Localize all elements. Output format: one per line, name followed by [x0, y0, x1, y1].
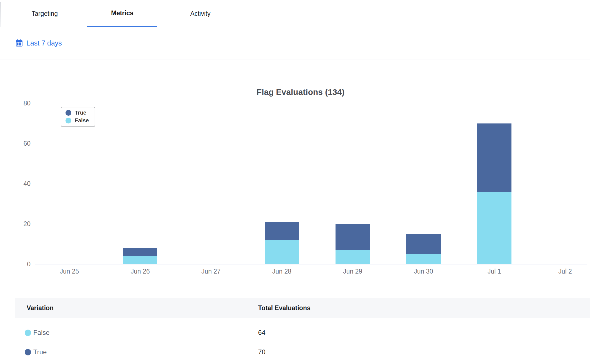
- window-edge-divider: [0, 2, 1, 27]
- legend-item-false[interactable]: False: [65, 117, 95, 124]
- date-range-button[interactable]: Last 7 days: [15, 39, 62, 47]
- tab-metrics[interactable]: Metrics: [87, 0, 157, 27]
- bar-segment-true-jun-28[interactable]: [265, 222, 299, 240]
- tab-bar: Targeting Metrics Activity: [0, 0, 590, 27]
- table-header-row: Variation Total Evaluations: [15, 298, 590, 318]
- x-axis-tick-label: Jun 25: [44, 267, 94, 275]
- bar-segment-true-jun-30[interactable]: [406, 234, 441, 254]
- calendar-icon: [15, 39, 23, 47]
- y-axis-tick-label: 60: [8, 140, 31, 147]
- x-axis-tick-label: Jul 2: [540, 267, 590, 275]
- y-axis-tick-label: 20: [8, 220, 31, 228]
- bar-segment-true-jun-26[interactable]: [123, 248, 157, 256]
- legend-item-true[interactable]: True: [65, 110, 95, 116]
- variation-true-label: True: [33, 348, 47, 356]
- x-axis-tick-label: Jun 27: [186, 267, 236, 275]
- tab-targeting[interactable]: Targeting: [16, 0, 74, 27]
- variation-false-label: False: [33, 329, 50, 337]
- x-axis-tick-label: Jun 26: [115, 267, 165, 275]
- bar-segment-false-jun-26[interactable]: [123, 256, 157, 264]
- x-axis-tick-label: Jun 29: [328, 267, 378, 275]
- y-axis-tick-label: 80: [8, 99, 31, 107]
- column-header-total-evaluations: Total Evaluations: [258, 298, 311, 318]
- legend-label-true: True: [75, 110, 86, 116]
- x-axis-tick-label: Jun 30: [399, 267, 448, 275]
- metrics-page: Targeting Metrics Activity: [0, 0, 590, 364]
- date-range-label: Last 7 days: [26, 39, 62, 47]
- y-axis-tick-label: 0: [8, 260, 31, 268]
- bar-segment-true-jul-1[interactable]: [477, 123, 511, 192]
- bar-segment-false-jun-28[interactable]: [265, 240, 299, 264]
- legend-swatch-false-icon: [65, 118, 71, 123]
- x-axis-tick-label: Jun 28: [257, 267, 307, 275]
- variation-true-total: 70: [258, 342, 266, 362]
- bar-segment-true-jun-29[interactable]: [336, 224, 370, 250]
- x-axis-tick-label: Jul 1: [469, 267, 519, 275]
- bar-segment-false-jun-29[interactable]: [336, 250, 370, 264]
- bar-segment-false-jul-1[interactable]: [477, 192, 511, 264]
- variation-false-total: 64: [258, 323, 266, 342]
- filter-row: Last 7 days: [0, 27, 590, 59]
- tab-activity[interactable]: Activity: [164, 0, 236, 27]
- variation-false-dot-icon: [25, 330, 31, 336]
- legend-swatch-true-icon: [65, 110, 71, 116]
- y-axis-tick-label: 40: [8, 180, 31, 188]
- table-row-true: True 70: [15, 342, 590, 362]
- table-row-false: False 64: [15, 323, 590, 342]
- variation-true-dot-icon: [25, 349, 31, 355]
- chart-title: Flag Evaluations (134): [11, 87, 590, 97]
- legend-label-false: False: [75, 117, 89, 124]
- column-header-variation: Variation: [27, 298, 54, 318]
- bar-segment-false-jun-30[interactable]: [406, 254, 441, 264]
- chart-legend: True False: [61, 107, 95, 127]
